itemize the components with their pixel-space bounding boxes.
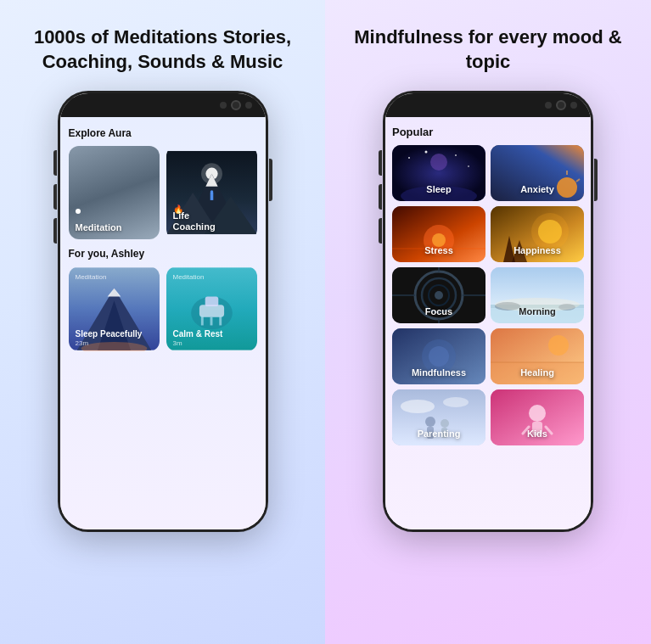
power-button [269, 159, 272, 201]
stress-label: Stress [392, 245, 485, 255]
topic-focus[interactable]: Focus [392, 267, 485, 323]
kids-label: Kids [491, 428, 584, 439]
topic-stress[interactable]: Stress [392, 206, 485, 262]
svg-point-45 [435, 291, 443, 300]
parenting-label: Parenting [392, 428, 485, 439]
svg-point-65 [443, 397, 469, 407]
topics-grid: Sleep Anxiety [392, 145, 584, 445]
right-power-button [594, 159, 598, 201]
explore-card-row: Meditation [69, 146, 257, 239]
svg-point-58 [429, 346, 449, 367]
right-bixby-button [379, 218, 382, 244]
meditation-card[interactable]: Meditation [69, 146, 160, 239]
topic-sleep[interactable]: Sleep [392, 145, 485, 201]
svg-rect-18 [200, 316, 203, 326]
topic-kids[interactable]: Kids [491, 389, 584, 445]
svg-point-25 [425, 151, 428, 154]
svg-rect-16 [199, 305, 223, 317]
camera-lens [231, 100, 241, 110]
left-phone: Explore Aura Meditation [58, 91, 268, 532]
anxiety-label: Anxiety [491, 184, 584, 194]
vol-up-button [53, 150, 57, 176]
svg-rect-17 [205, 297, 218, 307]
svg-rect-7 [210, 193, 213, 200]
right-heading: Mindfulness for every mood & topic [325, 0, 651, 91]
topic-happiness[interactable]: Happiness [491, 206, 584, 262]
for-you-row: Meditation Sleep Peacefully 23m [69, 266, 257, 351]
camera-dot [220, 102, 227, 109]
sleep-label: Sleep [392, 184, 485, 194]
focus-label: Focus [392, 306, 485, 316]
sleep-title: Sleep Peacefully [76, 329, 143, 339]
svg-point-66 [425, 417, 435, 427]
bixby-button [53, 218, 57, 244]
right-vol-down-button [379, 184, 382, 210]
right-vol-up-button [379, 150, 382, 176]
right-phone-content: Popular [385, 117, 591, 529]
topic-anxiety[interactable]: Anxiety [491, 145, 584, 201]
svg-point-64 [401, 400, 435, 413]
svg-rect-19 [210, 317, 212, 326]
right-phone: Popular [383, 91, 593, 532]
vol-down-button [53, 184, 57, 210]
topic-morning[interactable]: Morning [491, 267, 584, 323]
svg-point-8 [210, 191, 213, 194]
right-panel: Mindfulness for every mood & topic Popul… [325, 0, 651, 644]
left-panel: 1000s of Meditations Stories, Coaching, … [0, 0, 325, 644]
coaching-label: Life Coaching [173, 210, 216, 232]
morning-label: Morning [491, 306, 584, 316]
meditation-label: Meditation [76, 222, 122, 232]
svg-point-22 [430, 154, 447, 171]
left-heading: 1000s of Meditations Stories, Coaching, … [0, 0, 325, 91]
phone-top-bar [60, 93, 266, 117]
explore-title: Explore Aura [69, 127, 257, 139]
camera-dot2 [245, 102, 252, 109]
rest-sub: Meditation [173, 273, 205, 281]
svg-point-68 [441, 419, 449, 428]
svg-point-26 [455, 154, 457, 156]
topic-healing[interactable]: Healing [491, 328, 584, 384]
rest-title: Calm & Rest [173, 329, 223, 339]
topic-mindfulness[interactable]: Mindfulness [392, 328, 485, 384]
active-dot [76, 209, 81, 214]
svg-point-60 [548, 335, 569, 356]
mindfulness-label: Mindfulness [392, 367, 485, 378]
right-phone-wrapper: Popular [383, 91, 593, 532]
right-camera-dot2 [570, 102, 577, 109]
rest-card[interactable]: Meditation Calm & Rest 3m [166, 266, 257, 351]
coaching-card[interactable]: 🔥 Life Coaching [166, 146, 257, 239]
svg-point-27 [468, 165, 469, 167]
happiness-label: Happiness [491, 245, 584, 255]
right-phone-top-bar [385, 93, 591, 117]
svg-point-71 [529, 405, 546, 422]
sleep-time: 23m [76, 339, 89, 347]
popular-title: Popular [392, 126, 584, 138]
sleep-sub: Meditation [76, 273, 107, 281]
right-camera-lens [556, 100, 566, 110]
right-camera-dot [545, 102, 552, 109]
svg-point-24 [408, 157, 410, 159]
topic-parenting[interactable]: Parenting [392, 389, 485, 445]
sleep-card[interactable]: Meditation Sleep Peacefully 23m [69, 266, 160, 351]
for-you-title: For you, Ashley [69, 248, 257, 260]
rest-time: 3m [173, 339, 182, 347]
phone-content: Explore Aura Meditation [60, 117, 266, 529]
healing-label: Healing [491, 367, 584, 378]
left-phone-wrapper: Explore Aura Meditation [58, 91, 268, 532]
svg-rect-20 [219, 316, 222, 326]
